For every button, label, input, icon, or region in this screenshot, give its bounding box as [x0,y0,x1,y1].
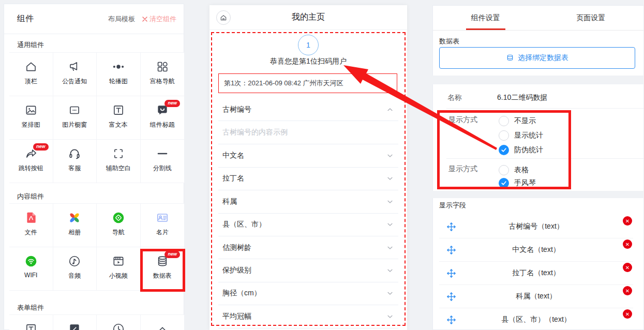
component-label: 轮播图 [109,77,128,86]
component-tile-textarea[interactable] [53,315,97,330]
carousel-dots-icon [112,60,125,73]
component-tile-title-bubble[interactable]: 组件标题new [141,96,185,140]
component-tile-megaphone[interactable]: 公告通知 [53,53,97,96]
component-tile-brackets[interactable]: 辅助空白 [97,140,141,183]
component-tile-clock[interactable] [97,315,141,330]
pdf-file-icon [24,211,38,224]
component-label: 小视频 [109,272,128,280]
component-tile-text-field[interactable] [9,315,53,330]
section-label-content: 内容组件 [17,192,44,201]
accordion-row[interactable]: 中文名 [218,144,398,167]
accordion-row[interactable]: 古树编号 [218,98,398,121]
field-row: 科属（text）✕ [439,285,633,308]
datasheet-label: 数据表 [439,37,459,46]
general-components-grid: 顶栏公告通知轮播图宫格导航竖排图图片橱窗富文本组件标题new跳转按钮new客服辅… [9,52,184,183]
home-icon [24,60,38,73]
component-label: 组件标题 [150,121,175,129]
accordion-label: 保护级别 [222,266,251,275]
home-button[interactable] [216,10,231,25]
database-icon [506,54,514,62]
component-label: 分割线 [153,164,172,173]
component-tile-id-card[interactable]: 名片 [141,204,185,247]
component-tile-navigation[interactable]: 导航 [97,204,141,247]
accordion-row[interactable]: 胸径（cm） [218,282,398,305]
delete-field-button[interactable]: ✕ [623,216,632,226]
close-icon [142,17,147,22]
component-tile-divider[interactable]: 分割线 [141,140,185,183]
component-tile-photos-pinwheel[interactable]: 相册 [53,204,97,247]
radio-option-unchecked[interactable]: 表格 [499,164,529,176]
accordion-row[interactable]: 县（区、市） [218,214,398,236]
radio-icon[interactable] [499,165,509,175]
radio-option-unchecked[interactable]: 显示统计 [499,130,543,141]
component-tile-headset[interactable]: 客服 [53,140,97,183]
chevron-down-icon [386,266,394,275]
selected-component-outline[interactable]: 1 恭喜您是第1位扫码用户 第1次：2021-06-09 08:42 广州市天河… [211,32,406,326]
drag-handle-icon[interactable] [446,315,456,325]
headset-icon [68,147,81,160]
drag-handle-icon[interactable] [446,245,456,255]
component-tile-chevron-up[interactable] [141,315,185,330]
accordion-row[interactable]: 科属 [218,190,398,213]
clear-components-button[interactable]: 清空组件 [142,14,176,24]
field-label: 中文名（text） [439,245,633,254]
delete-field-button[interactable]: ✕ [623,239,632,249]
radio-checked-icon[interactable] [499,145,509,155]
new-badge: new [33,143,49,151]
divider [446,108,643,109]
delete-field-button[interactable]: ✕ [623,263,632,272]
component-label: 客服 [68,164,81,173]
chevron-down-icon [386,312,394,321]
tab-page-settings[interactable]: 页面设置 [538,6,644,30]
radio-option-label: 防伪统计 [514,145,543,155]
panel-title: 组件 [17,13,34,24]
component-label: 公告通知 [62,77,87,86]
bind-datasheet-button[interactable]: 选择绑定数据表 [439,47,635,69]
image-window-icon [68,103,81,117]
field-row: 古树编号（text）✕ [439,215,633,238]
name-row: 名称 6.10二维码数据 [433,88,643,107]
components-panel-header: 组件 布局模板 清空组件 [4,4,184,34]
section-label-general: 通用组件 [17,40,44,50]
tab-component-settings[interactable]: 组件设置 [433,6,538,30]
component-tile-jump-arrow[interactable]: 跳转按钮new [9,140,53,183]
component-tile-pdf-file[interactable]: 文件 [9,204,53,247]
component-label: 宫格导航 [150,77,175,86]
fields-accordion: 古树编号古树编号的内容示例中文名拉丁名科属县（区、市）估测树龄保护级别胸径（cm… [212,98,405,328]
radio-option-unchecked[interactable]: 不显示 [499,115,536,127]
section-label-form: 表单组件 [17,303,44,312]
drag-handle-icon[interactable] [446,292,456,302]
accordion-row[interactable]: 估测树龄 [218,236,398,259]
component-tile-rich-text[interactable]: 富文本 [97,96,141,140]
radio-option-checked[interactable]: 防伪统计 [499,144,543,156]
radio-option-label: 显示统计 [514,131,543,140]
radio-option-checked[interactable]: 手风琴 [499,177,536,189]
component-tile-carousel-dots[interactable]: 轮播图 [97,53,141,96]
delete-field-button[interactable]: ✕ [623,286,632,295]
delete-field-button[interactable]: ✕ [623,309,632,319]
layout-template-button[interactable]: 布局模板 [108,14,135,24]
accordion-label: 县（区、市） [222,220,266,229]
component-tile-video[interactable]: 小视频 [97,247,141,291]
drag-handle-icon[interactable] [446,222,456,232]
component-tile-image-window[interactable]: 图片橱窗 [53,96,97,140]
radio-checked-icon[interactable] [499,178,509,188]
component-label: 相册 [68,228,81,237]
display-fields-label: 显示字段 [439,201,466,210]
accordion-row[interactable]: 保护级别 [218,259,398,282]
field-label: 古树编号（text） [439,222,633,231]
component-tile-grid-nav[interactable]: 宫格导航 [141,53,185,96]
component-tile-image[interactable]: 竖排图 [9,96,53,140]
component-tile-audio[interactable]: 音频 [53,247,97,291]
field-label: 县（区、市）（text） [439,315,633,324]
component-tile-wifi[interactable]: WIFI [9,247,53,291]
drag-handle-icon[interactable] [446,268,456,278]
radio-icon[interactable] [499,116,509,126]
accordion-row[interactable]: 拉丁名 [218,168,398,190]
component-label: 音频 [68,272,81,280]
component-tile-home[interactable]: 顶栏 [9,53,53,96]
scan-record-box: 第1次：2021-06-09 08:42 广州市天河区 [218,73,397,93]
accordion-row[interactable]: 平均冠幅 [218,305,398,328]
radio-icon[interactable] [499,130,509,141]
component-tile-database[interactable]: 数据表new [141,247,185,291]
